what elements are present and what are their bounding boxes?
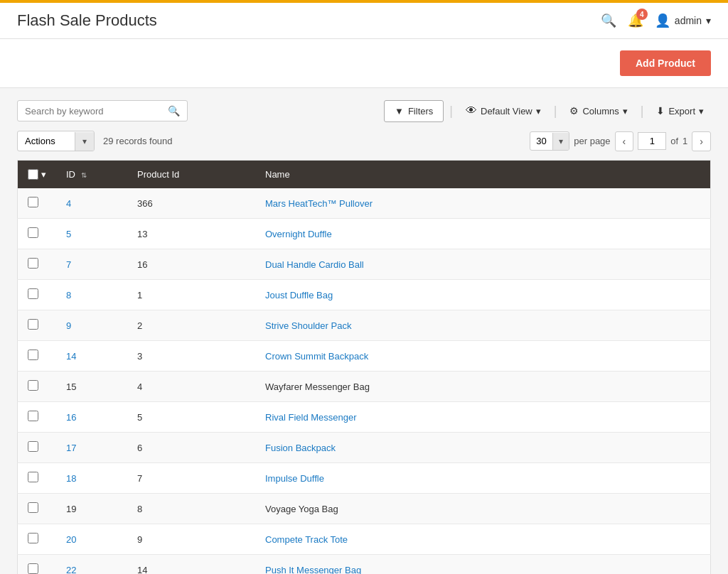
row-name[interactable]: Overnight Duffle bbox=[255, 219, 711, 249]
add-product-button[interactable]: Add Product bbox=[620, 50, 711, 76]
row-product-id: 2 bbox=[127, 310, 255, 341]
table-row: 209Compete Track Tote bbox=[18, 524, 711, 555]
row-name[interactable]: Rival Field Messenger bbox=[255, 402, 711, 433]
row-checkbox-cell bbox=[18, 555, 57, 575]
user-label: admin bbox=[675, 15, 702, 26]
row-product-id: 5 bbox=[127, 402, 255, 433]
row-product-id: 6 bbox=[127, 433, 255, 463]
top-bar: Flash Sale Products 🔍 🔔 4 👤 admin ▾ bbox=[0, 3, 728, 39]
row-name[interactable]: Impulse Duffle bbox=[255, 463, 711, 494]
table-row: 154Wayfarer Messenger Bag bbox=[18, 372, 711, 402]
row-checkbox[interactable] bbox=[28, 258, 38, 269]
row-checkbox-cell bbox=[18, 524, 57, 555]
current-page-input[interactable] bbox=[638, 132, 666, 150]
default-view-button[interactable]: 👁 Default View ▾ bbox=[459, 99, 548, 122]
row-checkbox[interactable] bbox=[28, 380, 38, 391]
actions-left: Actions ▾ 29 records found bbox=[17, 131, 173, 151]
row-checkbox-cell bbox=[18, 402, 57, 433]
row-id[interactable]: 8 bbox=[56, 280, 127, 310]
row-name[interactable]: Mars HeatTech™ Pullover bbox=[255, 188, 711, 219]
actions-select: Actions ▾ bbox=[17, 131, 95, 151]
row-name[interactable]: Crown Summit Backpack bbox=[255, 341, 711, 372]
per-page-arrow[interactable]: ▾ bbox=[552, 133, 569, 150]
filters-button[interactable]: ▼ Filters bbox=[384, 100, 444, 122]
table-row: 716Dual Handle Cardio Ball bbox=[18, 249, 711, 280]
row-checkbox[interactable] bbox=[28, 288, 38, 299]
name-header-label: Name bbox=[265, 169, 290, 180]
row-id[interactable]: 7 bbox=[56, 249, 127, 280]
table-row: 92Strive Shoulder Pack bbox=[18, 310, 711, 341]
row-name[interactable]: Push It Messenger Bag bbox=[255, 555, 711, 575]
export-button[interactable]: ⬇ Export ▾ bbox=[649, 100, 711, 121]
global-search-button[interactable]: 🔍 bbox=[601, 13, 616, 28]
row-checkbox[interactable] bbox=[28, 319, 38, 330]
export-icon: ⬇ bbox=[656, 105, 665, 117]
records-count: 29 records found bbox=[103, 136, 173, 146]
main-content: 🔍 ▼ Filters | 👁 Default View ▾ | ⚙ Colum… bbox=[0, 88, 728, 574]
select-all-checkbox[interactable] bbox=[28, 169, 38, 180]
row-name: Wayfarer Messenger Bag bbox=[255, 372, 711, 402]
notification-badge: 4 bbox=[636, 9, 648, 20]
row-id[interactable]: 14 bbox=[56, 341, 127, 372]
row-id[interactable]: 20 bbox=[56, 524, 127, 555]
separator-3: | bbox=[641, 104, 644, 119]
table-body: 4366Mars HeatTech™ Pullover513Overnight … bbox=[18, 188, 711, 574]
row-id[interactable]: 18 bbox=[56, 463, 127, 494]
row-id[interactable]: 16 bbox=[56, 402, 127, 433]
row-checkbox[interactable] bbox=[28, 350, 38, 360]
row-checkbox[interactable] bbox=[28, 502, 38, 513]
filter-icon: ▼ bbox=[395, 106, 404, 117]
row-checkbox-cell bbox=[18, 280, 57, 310]
export-dropdown-icon: ▾ bbox=[699, 106, 704, 117]
filters-label: Filters bbox=[408, 106, 433, 117]
row-name[interactable]: Dual Handle Cardio Ball bbox=[255, 249, 711, 280]
row-id[interactable]: 22 bbox=[56, 555, 127, 575]
row-checkbox[interactable] bbox=[28, 441, 38, 452]
notifications-button[interactable]: 🔔 4 bbox=[628, 13, 643, 28]
row-name: Voyage Yoga Bag bbox=[255, 494, 711, 524]
row-checkbox[interactable] bbox=[28, 563, 38, 574]
row-name[interactable]: Compete Track Tote bbox=[255, 524, 711, 555]
row-id[interactable]: 9 bbox=[56, 310, 127, 341]
row-checkbox-cell bbox=[18, 433, 57, 463]
row-checkbox[interactable] bbox=[28, 197, 38, 207]
row-product-id: 7 bbox=[127, 463, 255, 494]
export-label: Export bbox=[668, 106, 695, 117]
row-id[interactable]: 5 bbox=[56, 219, 127, 249]
table-row: 81Joust Duffle Bag bbox=[18, 280, 711, 310]
row-id[interactable]: 4 bbox=[56, 188, 127, 219]
table-row: 4366Mars HeatTech™ Pullover bbox=[18, 188, 711, 219]
row-id[interactable]: 17 bbox=[56, 433, 127, 463]
select-all-dropdown[interactable]: ▾ bbox=[41, 169, 46, 180]
row-name[interactable]: Fusion Backpack bbox=[255, 433, 711, 463]
row-checkbox-cell bbox=[18, 188, 57, 219]
row-name[interactable]: Joust Duffle Bag bbox=[255, 280, 711, 310]
actions-dropdown-arrow[interactable]: ▾ bbox=[75, 132, 94, 151]
row-checkbox-cell bbox=[18, 341, 57, 372]
row-id: 15 bbox=[56, 372, 127, 402]
table-row: 187Impulse Duffle bbox=[18, 463, 711, 494]
user-menu-button[interactable]: 👤 admin ▾ bbox=[655, 13, 711, 28]
name-col-header: Name bbox=[255, 161, 711, 189]
row-checkbox[interactable] bbox=[28, 227, 38, 238]
id-sort-icon[interactable]: ⇅ bbox=[81, 171, 87, 179]
row-name[interactable]: Strive Shoulder Pack bbox=[255, 310, 711, 341]
table-row: 198Voyage Yoga Bag bbox=[18, 494, 711, 524]
row-checkbox-cell bbox=[18, 249, 57, 280]
select-all-col: ▾ bbox=[18, 161, 57, 189]
table-row: 513Overnight Duffle bbox=[18, 219, 711, 249]
row-checkbox-cell bbox=[18, 494, 57, 524]
prev-page-button[interactable]: ‹ bbox=[615, 131, 634, 151]
row-checkbox[interactable] bbox=[28, 411, 38, 421]
next-page-button[interactable]: › bbox=[692, 131, 711, 151]
actions-dropdown[interactable]: Actions bbox=[18, 131, 75, 151]
gear-icon: ⚙ bbox=[569, 105, 579, 117]
row-checkbox[interactable] bbox=[28, 533, 38, 543]
columns-button[interactable]: ⚙ Columns ▾ bbox=[562, 100, 634, 121]
row-product-id: 14 bbox=[127, 555, 255, 575]
row-checkbox[interactable] bbox=[28, 472, 38, 482]
row-checkbox-cell bbox=[18, 463, 57, 494]
table-row: 165Rival Field Messenger bbox=[18, 402, 711, 433]
search-input[interactable] bbox=[25, 106, 168, 117]
per-page-dropdown[interactable]: 30 bbox=[530, 132, 552, 150]
